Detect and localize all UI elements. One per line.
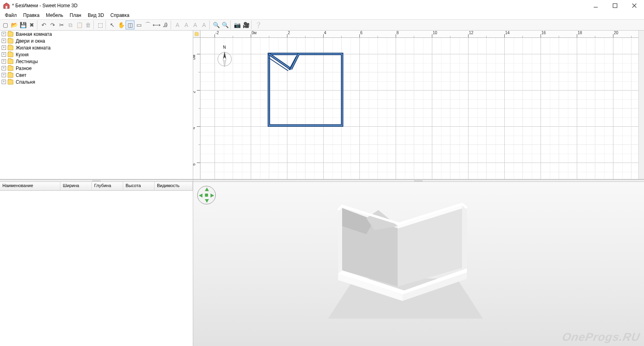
folder-icon: [8, 73, 13, 78]
ruler-v-label: 2: [193, 91, 196, 93]
walls-drawing[interactable]: [200, 38, 638, 179]
create-polyline-icon[interactable]: ⌒: [143, 21, 152, 29]
ruler-v-label: 0м: [193, 55, 196, 60]
ruler-h-label: 16: [541, 31, 546, 35]
copy-icon: ⧉: [66, 21, 75, 29]
ruler-h-label: 10: [433, 31, 437, 35]
menu-help[interactable]: Справка: [108, 12, 132, 19]
category-label: Лестницы: [15, 59, 38, 64]
catalog-category[interactable]: +Двери и окна: [0, 37, 193, 44]
col-visible[interactable]: Видимость: [155, 182, 193, 190]
plan-vertical-scrollbar[interactable]: [638, 31, 644, 179]
svg-line-14: [291, 54, 299, 69]
toolbar-separator: [171, 21, 172, 29]
plan-canvas[interactable]: N: [200, 38, 638, 179]
menu-edit[interactable]: Правка: [21, 12, 42, 19]
svg-marker-24: [462, 206, 467, 272]
pan-tool-icon[interactable]: ✋: [117, 21, 126, 29]
toolbar-separator: [230, 21, 232, 29]
app-icon: [3, 2, 10, 9]
catalog-category[interactable]: +Жилая комната: [0, 44, 193, 51]
folder-icon: [8, 80, 13, 84]
redo-icon[interactable]: ↷: [48, 21, 57, 29]
toolbar-separator: [37, 21, 39, 29]
toolbar-separator: [251, 21, 253, 29]
folder-icon: [8, 66, 13, 71]
expand-icon[interactable]: +: [2, 59, 6, 64]
create-walls-icon[interactable]: ◫: [126, 21, 134, 29]
undo-icon[interactable]: ↶: [39, 21, 48, 29]
menu-3dview[interactable]: Вид 3D: [85, 12, 106, 19]
menu-plan[interactable]: План: [67, 12, 84, 19]
svg-marker-25: [338, 208, 342, 274]
horizontal-splitter[interactable]: [0, 179, 193, 182]
close-button[interactable]: [628, 2, 641, 10]
ruler-v-label: 6: [193, 163, 196, 166]
expand-icon[interactable]: +: [2, 39, 6, 43]
furniture-catalog-tree[interactable]: +Ванная комната+Двери и окна+Жилая комна…: [0, 31, 193, 179]
category-label: Двери и окна: [15, 38, 45, 44]
ruler-origin-button[interactable]: [193, 31, 200, 38]
folder-icon: [8, 45, 13, 50]
col-height[interactable]: Высота: [123, 182, 155, 190]
minimize-button[interactable]: [589, 2, 602, 10]
col-depth[interactable]: Глубина: [92, 182, 123, 190]
3d-room-render: [193, 182, 644, 346]
svg-rect-10: [269, 54, 342, 126]
expand-icon[interactable]: +: [2, 45, 6, 50]
cut-icon[interactable]: ✂: [57, 21, 66, 29]
catalog-category[interactable]: +Спальня: [0, 78, 193, 85]
category-label: Кухня: [15, 52, 29, 58]
delete-icon: 🗑: [84, 21, 93, 29]
add-furniture-icon[interactable]: ⬚: [96, 21, 105, 29]
ruler-h-label: 20: [614, 31, 618, 35]
vertical-ruler: 0м246: [193, 38, 200, 179]
ruler-h-label: 18: [578, 31, 582, 35]
preferences-icon[interactable]: ✖: [27, 21, 36, 29]
horizontal-ruler: -20м2468101214161820: [200, 31, 638, 38]
open-file-icon[interactable]: 📂: [10, 21, 19, 29]
col-width[interactable]: Ширина: [60, 182, 92, 190]
zoom-in-icon[interactable]: 🔍: [212, 21, 221, 29]
ruler-h-label: 4: [324, 31, 326, 35]
new-file-icon[interactable]: ▢: [1, 21, 10, 29]
save-icon[interactable]: 💾: [19, 21, 27, 29]
ruler-h-label: 6: [360, 31, 363, 35]
catalog-category[interactable]: +Лестницы: [0, 58, 193, 65]
ruler-h-label: -2: [215, 31, 219, 35]
expand-icon[interactable]: +: [2, 32, 6, 36]
help-icon[interactable]: ❔: [254, 21, 262, 29]
menu-bar: Файл Правка Мебель План Вид 3D Справка: [0, 11, 644, 19]
expand-icon[interactable]: +: [2, 80, 6, 84]
category-label: Разное: [15, 66, 32, 71]
folder-icon: [8, 59, 13, 64]
zoom-out-icon[interactable]: 🔍: [221, 21, 229, 29]
col-name[interactable]: Наименование: [0, 182, 60, 190]
catalog-category[interactable]: +Ванная комната: [0, 31, 193, 37]
svg-line-12: [269, 54, 291, 69]
create-video-icon[interactable]: 🎥: [242, 21, 250, 29]
expand-icon[interactable]: +: [2, 73, 6, 77]
select-tool-icon[interactable]: ↖: [108, 21, 117, 29]
create-rooms-icon[interactable]: ▭: [134, 21, 143, 29]
catalog-category[interactable]: +Свет: [0, 72, 193, 78]
menu-furniture[interactable]: Мебель: [43, 12, 66, 19]
3d-view[interactable]: OneProgs.RU: [193, 182, 644, 346]
create-photo-icon[interactable]: 📷: [233, 21, 242, 29]
toolbar-separator: [93, 21, 95, 29]
ruler-v-label: 4: [193, 127, 196, 130]
menu-file[interactable]: Файл: [2, 12, 19, 19]
text-size-down-icon: A: [200, 21, 208, 29]
plan-view[interactable]: -20м2468101214161820 0м246 N: [193, 31, 644, 179]
create-dimensions-icon[interactable]: ⟷: [152, 21, 161, 29]
catalog-category[interactable]: +Разное: [0, 65, 193, 72]
expand-icon[interactable]: +: [2, 52, 6, 57]
svg-rect-3: [613, 4, 617, 8]
catalog-category[interactable]: +Кухня: [0, 51, 193, 58]
toolbar-separator: [105, 21, 107, 29]
expand-icon[interactable]: +: [2, 66, 6, 70]
create-text-icon[interactable]: Ꭿ: [161, 21, 170, 29]
maximize-button[interactable]: [609, 2, 621, 10]
main-toolbar: ▢📂💾✖↶↷✂⧉📋🗑⬚↖✋◫▭⌒⟷ᎯAAAA🔍🔍📷🎥❔: [0, 19, 644, 31]
category-label: Спальня: [15, 79, 35, 85]
